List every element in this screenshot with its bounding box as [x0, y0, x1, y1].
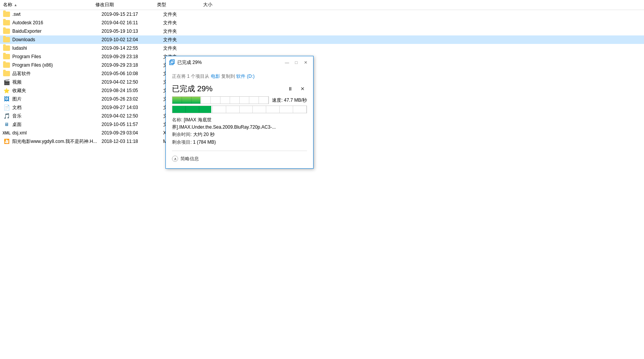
- file-name: 桌面: [12, 121, 102, 128]
- remaining-items-value: 1 (784 MB): [193, 139, 216, 145]
- file-name: Downloads: [12, 37, 102, 42]
- list-item[interactable]: 🖼 图片 2019-05-26 23:02 文件夹: [0, 95, 644, 103]
- speed-label: 速度: 47.7 MB/秒: [272, 97, 307, 104]
- col-header-date[interactable]: 修改日期: [95, 2, 157, 8]
- col-header-size[interactable]: 大小: [203, 2, 242, 8]
- star-icon: ⭐: [3, 87, 10, 94]
- video-icon: 🎬: [3, 79, 10, 85]
- progress-bar-row-1: 速度: 47.7 MB/秒: [172, 96, 307, 104]
- list-item[interactable]: Downloads 2019-10-02 12:04 文件夹: [0, 35, 644, 44]
- progress-bar-row-2: [172, 106, 307, 113]
- remaining-time-row: 剩余时间: 大约 20 秒: [172, 131, 307, 138]
- file-explorer: 名称 ▲ 修改日期 类型 大小 .swt 2019-09-15 21:17 文件…: [0, 0, 644, 359]
- dialog-title-icon: [169, 59, 175, 65]
- copy-source-text: 正在将 1 个项目从 电影 复制到 软件 (D:): [172, 73, 307, 80]
- collapse-label: 简略信息: [180, 156, 199, 162]
- progress-bars: 速度: 47.7 MB/秒: [172, 96, 307, 113]
- list-item[interactable]: BaiduExporter 2019-05-19 10:13 文件夹: [0, 27, 644, 35]
- xml-icon: XML: [3, 130, 10, 136]
- dialog-body: 正在将 1 个项目从 电影 复制到 软件 (D:) 已完成 29% ⏸ ✕: [166, 69, 313, 168]
- dest-link[interactable]: 软件 (D:): [236, 74, 254, 79]
- file-date: 2019-10-05 11:57: [102, 122, 163, 127]
- file-name-row: 名称: [IMAX 海底世界].IMAX.Under.the.Sea.2009.…: [172, 116, 307, 131]
- file-type: 文件夹: [163, 20, 209, 26]
- copy-dialog[interactable]: 已完成 29% — □ ✕ 正在将 1 个项目从 电影 复制到 软件 (D:) …: [165, 56, 314, 169]
- folder-icon: [3, 70, 10, 77]
- sort-arrow-up: ▲: [14, 3, 17, 7]
- list-item[interactable]: XML dsj.xml 2019-09-29 03:04 XML 文档: [0, 129, 644, 137]
- progress-header: 已完成 29% ⏸ ✕: [172, 84, 307, 94]
- file-name: 阳光电影www.ygdy8.com.我不是药神.H...: [12, 138, 102, 145]
- list-item[interactable]: 📄 文档 2019-09-27 14:03 文件夹: [0, 103, 644, 112]
- progress-bar-grid-2: [172, 106, 307, 113]
- collapse-icon: ∧: [172, 156, 178, 162]
- file-date: 2019-10-02 12:04: [102, 37, 163, 42]
- dialog-title-text: 已完成 29%: [177, 59, 282, 66]
- folder-icon: [3, 28, 10, 34]
- cancel-progress-button[interactable]: ✕: [298, 84, 307, 94]
- file-info: 名称: [IMAX 海底世界].IMAX.Under.the.Sea.2009.…: [172, 116, 307, 146]
- list-item[interactable]: ludashi 2019-09-14 22:55 文件夹: [0, 44, 644, 52]
- file-name: 图片: [12, 96, 102, 102]
- dialog-divider: [172, 151, 307, 151]
- file-name: dsj.xml: [12, 130, 102, 136]
- folder-icon: [3, 37, 10, 43]
- file-name: 音乐: [12, 113, 102, 119]
- minimize-button[interactable]: —: [282, 58, 292, 67]
- close-button[interactable]: ✕: [301, 58, 310, 67]
- list-item[interactable]: Autodesk 2016 2019-04-02 16:11 文件夹: [0, 18, 644, 27]
- desktop-icon: 🖥: [3, 121, 10, 127]
- list-item[interactable]: 🎬 视频 2019-04-02 12:50 文件夹: [0, 78, 644, 86]
- list-item[interactable]: 🖥 桌面 2019-10-05 11:57 文件夹: [0, 120, 644, 129]
- dialog-titlebar: 已完成 29% — □ ✕: [166, 56, 313, 69]
- file-type: 文件夹: [163, 11, 209, 18]
- file-name: .swt: [12, 12, 102, 17]
- file-type: 文件夹: [163, 28, 209, 35]
- remaining-items-row: 剩余项目: 1 (784 MB): [172, 139, 307, 146]
- file-name-label: 名称:: [172, 117, 182, 122]
- svg-rect-1: [171, 60, 174, 64]
- document-icon: 📄: [3, 104, 10, 111]
- pause-button[interactable]: ⏸: [285, 84, 295, 94]
- source-link[interactable]: 电影: [211, 74, 220, 79]
- music-icon: 🎵: [3, 113, 10, 119]
- picture-icon: 🖼: [3, 96, 10, 102]
- folder-icon: [3, 11, 10, 17]
- file-type: 文件夹: [163, 37, 209, 43]
- file-type: 文件夹: [163, 45, 209, 52]
- maximize-button[interactable]: □: [292, 58, 301, 67]
- list-item[interactable]: ⭐ 收藏夹 2019-08-24 15:05 文件夹: [0, 86, 644, 95]
- file-name: Program Files (x86): [12, 62, 102, 68]
- remaining-time-value: 大约 20 秒: [193, 132, 215, 137]
- list-item[interactable]: 🎦 阳光电影www.ygdy8.com.我不是药神.H... 2018-12-0…: [0, 137, 644, 146]
- folder-icon: [3, 54, 10, 60]
- file-date: 2019-05-19 10:13: [102, 29, 163, 34]
- list-item[interactable]: 🎵 音乐 2019-04-02 12:50 文件夹: [0, 112, 644, 120]
- file-date: 2019-05-26 23:02: [102, 96, 163, 102]
- file-list: .swt 2019-09-15 21:17 文件夹 Autodesk 2016 …: [0, 10, 644, 146]
- list-item[interactable]: 品茗软件 2019-05-06 10:08 文件夹: [0, 69, 644, 78]
- mp4-icon: 🎦: [3, 138, 10, 144]
- file-date: 2019-04-02 12:50: [102, 113, 163, 119]
- file-name: Autodesk 2016: [12, 20, 102, 25]
- progress-controls: ⏸ ✕: [285, 84, 307, 94]
- list-item[interactable]: .swt 2019-09-15 21:17 文件夹: [0, 10, 644, 18]
- file-date: 2018-12-03 11:18: [102, 139, 163, 144]
- collapse-row[interactable]: ∧ 简略信息: [172, 154, 307, 164]
- folder-icon: [3, 20, 10, 26]
- list-item[interactable]: Program Files 2019-09-29 23:18 文件夹: [0, 52, 644, 61]
- file-date: 2019-09-29 23:18: [102, 54, 163, 59]
- col-header-type[interactable]: 类型: [157, 2, 203, 8]
- file-date: 2019-08-24 15:05: [102, 88, 163, 93]
- file-name: 文档: [12, 104, 102, 111]
- col-header-name[interactable]: 名称 ▲: [3, 2, 95, 8]
- progress-bar-2: [172, 106, 307, 113]
- file-date: 2019-09-14 22:55: [102, 45, 163, 51]
- progress-percent-label: 已完成 29%: [172, 84, 213, 94]
- file-date: 2019-04-02 12:50: [102, 79, 163, 85]
- remaining-time-label: 剩余时间:: [172, 132, 192, 137]
- file-date: 2019-09-15 21:17: [102, 12, 163, 17]
- file-name: ludashi: [12, 45, 102, 51]
- file-date: 2019-09-27 14:03: [102, 105, 163, 110]
- list-item[interactable]: Program Files (x86) 2019-09-29 23:18 文件夹: [0, 61, 644, 69]
